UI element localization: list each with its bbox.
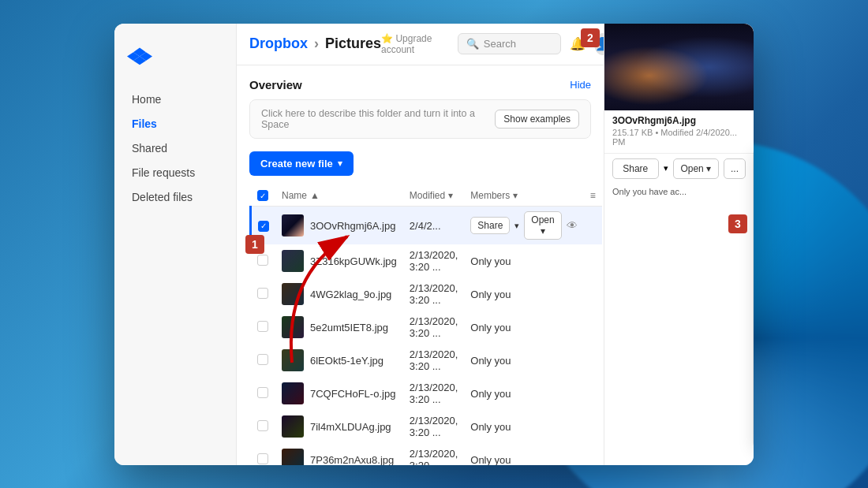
breadcrumb-root[interactable]: Dropbox xyxy=(249,35,308,52)
view-toggle-icon[interactable]: ≡ xyxy=(590,190,596,201)
overview-section: Overview Hide Click here to describe thi… xyxy=(249,78,591,139)
topbar-actions: Upgrade account 🔍 Search 🔔 👤 xyxy=(381,33,604,55)
file-thumbnail-3 xyxy=(282,316,304,338)
file-thumbnail-7 xyxy=(282,449,304,465)
select-all-checkbox[interactable]: ✓ xyxy=(257,190,268,201)
table-row: 4WG2klag_9o.jpg 2/13/2020, 3:20 ... Only… xyxy=(251,278,602,311)
space-description-bar[interactable]: Click here to describe this folder and t… xyxy=(249,99,591,139)
sidebar-logo xyxy=(114,36,236,87)
app-window: Home Files Shared File requests Deleted … xyxy=(114,24,754,465)
row-actions-0: Share ▾ Open ▾ 👁 xyxy=(470,211,577,240)
row-checkbox-0[interactable]: ✓ xyxy=(258,221,269,232)
hide-link[interactable]: Hide xyxy=(570,79,591,91)
sidebar-navigation: Home Files Shared File requests Deleted … xyxy=(114,88,236,209)
sort-arrow-icon: ▲ xyxy=(310,190,320,201)
file-name-6: 7il4mXLDUAg.jpg xyxy=(310,421,391,433)
search-placeholder: Search xyxy=(484,38,516,50)
row-checkbox-3[interactable] xyxy=(257,321,268,332)
file-name-0: 3OOvRhgmj6A.jpg xyxy=(310,220,395,232)
file-name-2: 4WG2klag_9o.jpg xyxy=(310,289,391,300)
preview-image-inner xyxy=(604,24,754,110)
sidebar-item-deleted-files[interactable]: Deleted files xyxy=(119,185,231,209)
search-bar[interactable]: 🔍 Search xyxy=(458,33,561,54)
preview-open-button[interactable]: Open ▾ xyxy=(673,158,720,179)
file-modified-3: 2/13/2020, 3:20 ... xyxy=(403,311,464,344)
modified-column-header[interactable]: Modified ▾ xyxy=(410,190,458,201)
main-content: Dropbox › Pictures Upgrade account 🔍 Sea… xyxy=(237,24,604,465)
file-members-7: Only you xyxy=(464,443,583,465)
row-share-button-0[interactable]: Share xyxy=(470,217,510,234)
file-modified-6: 2/13/2020, 3:20 ... xyxy=(403,410,464,443)
members-column-header[interactable]: Members ▾ xyxy=(470,190,577,201)
show-examples-button[interactable]: Show examples xyxy=(495,110,579,129)
create-new-file-button[interactable]: Create new file xyxy=(249,151,354,176)
row-checkbox-4[interactable] xyxy=(257,354,268,365)
file-members-3: Only you xyxy=(464,311,583,344)
row-checkbox-5[interactable] xyxy=(257,387,268,398)
preview-eye-icon-0[interactable]: 👁 xyxy=(567,219,578,232)
preview-more-button[interactable]: ... xyxy=(724,158,746,179)
row-checkbox-7[interactable] xyxy=(257,453,268,464)
badge-1: 1 xyxy=(245,235,264,254)
file-modified-0: 2/4/2... xyxy=(403,207,464,245)
search-icon: 🔍 xyxy=(466,38,479,50)
file-members-2: Only you xyxy=(464,278,583,311)
table-row: ✓ 3OOvRhgmj6A.jpg 2/4/2... Share ▾ xyxy=(251,207,602,245)
file-members-6: Only you xyxy=(464,410,583,443)
table-row: 6lEOkt5-1eY.jpg 2/13/2020, 3:20 ... Only… xyxy=(251,344,602,377)
file-modified-7: 2/13/2020, 3:20 ... xyxy=(403,443,464,465)
file-thumbnail-0 xyxy=(282,214,304,237)
file-members-4: Only you xyxy=(464,344,583,377)
preview-image xyxy=(604,24,754,110)
badge-3: 3 xyxy=(728,214,747,233)
file-modified-4: 2/13/2020, 3:20 ... xyxy=(403,344,464,377)
row-checkbox-6[interactable] xyxy=(257,420,268,431)
row-open-button-0[interactable]: Open ▾ xyxy=(524,211,561,240)
file-manager-content: Overview Hide Click here to describe thi… xyxy=(237,65,604,465)
file-members-5: Only you xyxy=(464,377,583,410)
modified-sort-icon: ▾ xyxy=(448,190,453,201)
file-name-1: 3Z316kpGUWk.jpg xyxy=(310,255,397,267)
row-checkbox-1[interactable] xyxy=(257,255,268,266)
right-panel: 2 3OOvRhgmj6A.jpg 215.17 KB • Modified 2… xyxy=(604,24,754,465)
share-dropdown-icon[interactable]: ▾ xyxy=(514,221,519,231)
row-checkbox-2[interactable] xyxy=(257,288,268,299)
breadcrumb: Dropbox › Pictures xyxy=(249,35,381,52)
table-row: 5e2umt5IET8.jpg 2/13/2020, 3:20 ... Only… xyxy=(251,311,602,344)
file-modified-2: 2/13/2020, 3:20 ... xyxy=(403,278,464,311)
file-thumbnail-5 xyxy=(282,382,304,404)
file-thumbnail-1 xyxy=(282,250,304,272)
preview-share-button[interactable]: Share xyxy=(612,158,659,179)
name-column-header[interactable]: Name ▲ xyxy=(282,190,397,201)
sidebar-item-file-requests[interactable]: File requests xyxy=(119,161,231,184)
sidebar-item-shared[interactable]: Shared xyxy=(119,136,231,160)
dropbox-logo-icon xyxy=(127,43,152,68)
preview-filename: 3OOvRhgmj6A.jpg xyxy=(604,110,754,128)
sidebar-item-home[interactable]: Home xyxy=(119,88,231,111)
topbar: Dropbox › Pictures Upgrade account 🔍 Sea… xyxy=(237,24,604,65)
preview-meta: 215.17 KB • Modified 2/4/2020... PM xyxy=(604,128,754,153)
breadcrumb-separator: › xyxy=(314,35,319,52)
table-row: 7CQFCHoFL-o.jpg 2/13/2020, 3:20 ... Only… xyxy=(251,377,602,410)
preview-access-text: Only you have ac... xyxy=(604,184,754,199)
upgrade-account-link[interactable]: Upgrade account xyxy=(381,33,450,55)
file-thumbnail-4 xyxy=(282,349,304,371)
file-modified-5: 2/13/2020, 3:20 ... xyxy=(403,377,464,410)
file-name-4: 6lEOkt5-1eY.jpg xyxy=(310,355,383,367)
file-table: ✓ Name ▲ Modified ▾ xyxy=(249,185,602,465)
file-members-1: Only you xyxy=(464,244,583,278)
members-sort-icon: ▾ xyxy=(513,190,518,201)
preview-share-dropdown-icon[interactable]: ▾ xyxy=(664,163,668,173)
table-row: 3Z316kpGUWk.jpg 2/13/2020, 3:20 ... Only… xyxy=(251,244,602,278)
table-row: 7il4mXLDUAg.jpg 2/13/2020, 3:20 ... Only… xyxy=(251,410,602,443)
badge-2: 2 xyxy=(581,28,600,47)
sidebar: Home Files Shared File requests Deleted … xyxy=(114,24,237,465)
file-name-5: 7CQFCHoFL-o.jpg xyxy=(310,388,395,400)
overview-header: Overview Hide xyxy=(249,78,591,91)
space-description-text: Click here to describe this folder and t… xyxy=(261,108,487,130)
file-thumbnail-6 xyxy=(282,415,304,438)
sidebar-item-files[interactable]: Files xyxy=(119,112,231,136)
preview-actions: Share ▾ Open ▾ ... xyxy=(604,153,754,184)
breadcrumb-current: Pictures xyxy=(325,35,381,52)
file-thumbnail-2 xyxy=(282,283,304,305)
